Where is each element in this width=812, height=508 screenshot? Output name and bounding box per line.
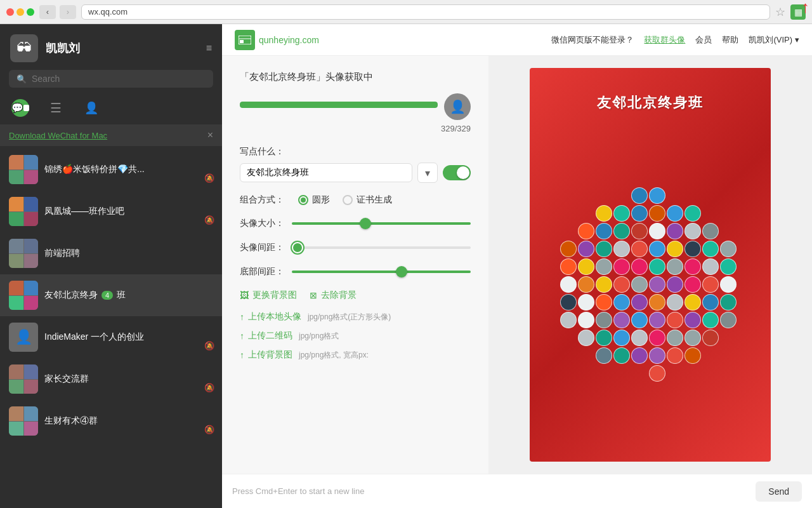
download-banner: Download WeChat for Mac × — [0, 124, 222, 146]
search-icon: 🔍 — [16, 74, 27, 84]
mute-icon: 🔕 — [204, 215, 214, 225]
tab-chat[interactable]: 💬 — [10, 98, 30, 118]
get-group-avatar-link[interactable]: 获取群头像 — [644, 34, 685, 46]
top-nav-right: 微信网页版不能登录？ 获取群头像 会员 帮助 凯凯刘(VIP) ▾ — [551, 34, 799, 46]
size-row: 头像大小： — [240, 217, 471, 230]
progress-avatar: 👤 — [444, 93, 471, 120]
upload-qr-button[interactable]: ↑ 上传二维码 — [240, 330, 292, 342]
tab-add-contact[interactable]: 👤 — [81, 98, 102, 118]
user-name: 凯凯刘 — [46, 41, 199, 56]
chat-info: 前端招聘 — [44, 248, 213, 259]
chat-avatar — [9, 197, 38, 226]
search-bar[interactable]: 🔍 — [9, 70, 213, 88]
chat-avatar — [9, 406, 38, 436]
toggle-switch[interactable] — [443, 165, 471, 180]
sidebar-header: 🕶 凯凯刘 ≡ — [0, 24, 222, 70]
login-notice: 微信网页版不能登录？ — [551, 34, 634, 46]
size-thumb[interactable] — [360, 218, 371, 229]
chat-name: 生财有术④群 — [44, 415, 213, 427]
chat-item[interactable]: 锦绣🍎米饭特价拼💎共... 🔕 — [0, 149, 222, 190]
size-label: 头像大小： — [240, 218, 285, 229]
chat-item[interactable]: 👤 IndieMaker 一个人的创业 🔕 — [0, 316, 222, 358]
mute-icon: 🔕 — [204, 341, 214, 351]
radio-cert[interactable]: 证书生成 — [343, 194, 392, 206]
radio-dot-cert — [343, 195, 353, 205]
upload-qr-icon: ↑ — [240, 331, 244, 341]
gap-thumb[interactable] — [292, 242, 303, 253]
mute-icon: 🔕 — [204, 383, 214, 392]
gap-label: 头像间距： — [240, 242, 285, 253]
upload-icon: ↑ — [240, 312, 244, 322]
remove-icon: ⊠ — [310, 290, 317, 300]
chat-item[interactable]: 生财有术④群 🔕 — [0, 400, 222, 442]
member-link[interactable]: 会员 — [695, 34, 712, 46]
ext-icon-green[interactable]: ▦ — [790, 4, 806, 20]
toggle-knob — [457, 166, 469, 179]
upload-bg-row: ↑ 上传背景图 jpg/png格式, 宽高px: — [240, 349, 471, 361]
bottom-bar: Press Cmd+Enter to start a new line Send — [222, 474, 812, 508]
chat-info: 家长交流群 — [44, 373, 213, 385]
site-name: qunheying.com — [259, 35, 319, 45]
chat-item[interactable]: 前端招聘 — [0, 232, 222, 274]
chat-avatar — [9, 239, 38, 268]
bottom-slider[interactable] — [292, 265, 471, 278]
size-track — [292, 222, 471, 225]
bottom-track — [292, 271, 471, 273]
gap-row: 头像间距： — [240, 241, 471, 254]
content-area: qunheying.com 微信网页版不能登录？ 获取群头像 会员 帮助 凯凯刘… — [222, 24, 812, 508]
mute-icon: 🔕 — [204, 173, 214, 183]
sidebar: 🕶 凯凯刘 ≡ 🔍 💬 ☰ 👤 Download — [0, 24, 222, 508]
chat-avatar — [9, 364, 38, 394]
chat-info: IndieMaker 一个人的创业 — [44, 331, 213, 343]
download-wechat-link[interactable]: Download WeChat for Mac — [9, 131, 107, 140]
browser-url-bar[interactable]: wx.qq.com — [81, 4, 770, 20]
write-input[interactable] — [240, 163, 412, 182]
chat-avatar — [9, 281, 38, 310]
gap-track — [292, 246, 471, 249]
forward-button[interactable]: › — [60, 5, 76, 19]
close-banner-button[interactable]: × — [207, 130, 213, 141]
help-link[interactable]: 帮助 — [722, 34, 738, 46]
chat-info: 锦绣🍎米饭特价拼💎共... — [44, 164, 213, 175]
chat-name: 家长交流群 — [44, 373, 213, 385]
tool-panel: 「友邻北京终身班」头像获取中 👤 329/329 — [222, 56, 812, 474]
upload-bg-hint: jpg/png格式, 宽高px: — [299, 350, 369, 361]
menu-icon[interactable]: ≡ — [206, 43, 212, 54]
dropdown-button[interactable]: ▾ — [417, 163, 438, 183]
cmd-enter-hint: Press Cmd+Enter to start a new line — [232, 486, 749, 496]
image-icon: 🖼 — [240, 290, 249, 300]
change-bg-button[interactable]: 🖼 更换背景图 — [240, 290, 297, 301]
upload-avatar-button[interactable]: ↑ 上传本地头像 — [240, 311, 301, 323]
tab-contacts[interactable]: ☰ — [46, 98, 66, 118]
back-button[interactable]: ‹ — [39, 5, 56, 19]
chat-name: 凤凰城——班作业吧 — [44, 206, 213, 217]
radio-circle[interactable]: 圆形 — [298, 194, 330, 206]
bottom-row: 底部间距： — [240, 265, 471, 278]
size-slider[interactable] — [292, 217, 471, 230]
chat-info: 生财有术④群 — [44, 415, 213, 427]
user-menu[interactable]: 凯凯刘(VIP) ▾ — [749, 34, 799, 46]
write-input-wrap: ▾ — [240, 163, 471, 183]
chat-list: 锦绣🍎米饭特价拼💎共... 🔕 凤凰城——班作业吧 🔕 — [0, 149, 222, 508]
star-icon[interactable]: ☆ — [775, 5, 785, 19]
search-input[interactable] — [32, 74, 206, 84]
send-button[interactable]: Send — [756, 481, 802, 502]
chat-avatar: 👤 — [9, 323, 38, 352]
mute-icon: 🔕 — [204, 425, 214, 434]
combination-row: 组合方式： 圆形 证书生成 — [240, 194, 471, 206]
chat-item-active[interactable]: 友邻北京终身 4 班 → — [0, 274, 222, 316]
chat-item[interactable]: 家长交流群 🔕 — [0, 358, 222, 400]
gap-slider[interactable] — [292, 241, 471, 254]
remove-bg-button[interactable]: ⊠ 去除背景 — [310, 290, 357, 301]
upload-bg-button[interactable]: ↑ 上传背景图 — [240, 349, 292, 361]
user-avatar: 🕶 — [10, 34, 38, 62]
tool-controls: 「友邻北京终身班」头像获取中 👤 329/329 — [222, 56, 488, 474]
preview-area: 友邻北京终身班 — [488, 56, 812, 474]
upload-avatar-hint: jpg/png格式(正方形头像) — [308, 312, 391, 323]
preview-image: 友邻北京终身班 — [530, 68, 771, 462]
bottom-thumb[interactable] — [396, 266, 407, 277]
upload-bg-icon: ↑ — [240, 350, 244, 360]
chat-avatar — [9, 155, 38, 184]
chat-item[interactable]: 凤凰城——班作业吧 🔕 — [0, 190, 222, 232]
avatar-icon: 🕶 — [16, 39, 32, 57]
